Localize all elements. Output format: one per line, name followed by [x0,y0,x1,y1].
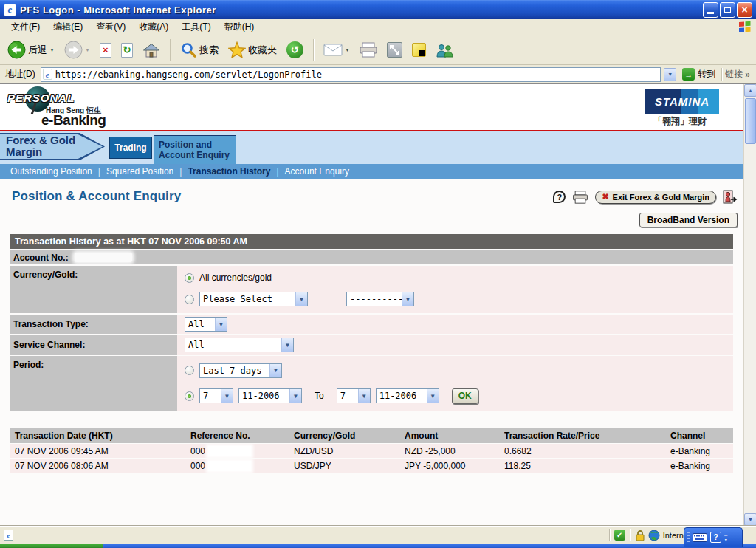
forward-button[interactable]: ▼ [61,38,93,61]
search-button[interactable]: 搜索 [177,39,221,61]
toolbar-separator [313,39,314,61]
language-bar-help-icon[interactable]: ? [710,532,721,543]
taskbar-fragment [103,544,756,548]
menu-help[interactable]: 帮助(H) [218,21,261,34]
service-channel-select[interactable]: All▼ [185,338,294,352]
go-button[interactable]: → 转到 [679,68,718,81]
minimize-button[interactable] [703,2,718,18]
browser-window: e PFS Logon - Microsoft Internet Explore… [0,0,756,548]
messenger-button[interactable] [433,41,457,60]
keyboard-icon[interactable] [693,533,707,542]
broadband-version-button[interactable]: BroadBand Version [639,213,738,227]
cell-currency: USD/JPY [289,459,400,473]
stop-button[interactable]: × [97,41,114,60]
cell-rate: 0.6682 [500,444,666,458]
help-icon[interactable]: ? [553,191,566,203]
address-label: 地址(D) [3,68,38,81]
from-month-select[interactable]: 11-2006▼ [238,388,302,403]
col-amount: Amount [400,428,500,443]
links-button[interactable]: 链接 » [721,68,753,81]
chevron-down-icon: ▼ [358,389,370,403]
search-icon [180,41,197,58]
favorites-button[interactable]: 收藏夹 [225,39,280,61]
restore-button[interactable] [720,2,735,18]
fullscreen-button[interactable] [384,40,405,60]
logout-icon[interactable] [723,190,738,204]
back-button[interactable]: 后退 ▼ [4,38,58,61]
menu-tools[interactable]: 工具(T) [175,21,217,34]
reference-redacted [208,461,251,471]
all-currencies-label: All currencies/gold [199,273,272,283]
refresh-button[interactable]: ↻ [118,41,136,60]
mail-button[interactable]: ▼ [320,41,353,58]
subnav-transaction-history[interactable]: Transaction History [188,166,270,177]
col-channel: Channel [666,428,733,443]
col-transaction-date: Transaction Date (HKT) [10,428,186,443]
radio-date-range[interactable] [185,391,194,401]
print-page-icon[interactable] [572,191,588,204]
forward-caret-icon[interactable]: ▼ [85,47,90,52]
status-bar: e ✓ Internet ? ─▾ [0,526,756,544]
transaction-type-select[interactable]: All▼ [185,317,227,332]
subnav-squared-position[interactable]: Squared Position [106,166,173,177]
chevron-down-icon: ▼ [215,318,227,331]
history-icon: ↺ [286,41,303,58]
history-button[interactable]: ↺ [284,39,306,61]
cell-reference: 000 [186,444,289,458]
to-day-select[interactable]: 7▼ [337,388,371,403]
taskbar-start-fragment[interactable] [0,544,103,548]
account-row: Account No.: [10,250,733,264]
mail-caret-icon[interactable]: ▼ [345,47,350,52]
currency-gold-label: Currency/Gold: [10,266,177,313]
grip-icon[interactable] [687,532,690,544]
print-button[interactable] [357,40,380,60]
currency-pair-select[interactable]: Please Select▼ [199,292,308,306]
cell-amount: NZD -25,000 [400,444,500,458]
notes-button[interactable] [409,41,429,59]
page-content: Position & Account Enquiry ? ✖ Exit Fore… [0,179,743,526]
close-button[interactable]: × [737,2,752,18]
from-day-select[interactable]: 7▼ [199,388,233,403]
ok-button[interactable]: OK [452,388,478,404]
address-input[interactable]: e https://ebanking.hangseng.com/servlet/… [41,67,662,82]
col-reference-no: Reference No. [186,428,289,443]
page-tools: ? ✖ Exit Forex & Gold Margin [553,190,738,204]
subnav-account-enquiry[interactable]: Account Enquiry [285,166,349,177]
last-7-days-select[interactable]: Last 7 days▼ [199,363,282,378]
menu-favorites[interactable]: 收藏(A) [132,21,175,34]
menu-view[interactable]: 查看(V) [89,21,132,34]
language-bar[interactable]: ? ─▾ [684,527,743,547]
currency-sub-select[interactable]: ----------▼ [346,292,414,306]
lock-icon [635,530,645,541]
to-label: To [315,391,324,401]
menu-edit[interactable]: 编辑(E) [47,21,89,34]
scroll-up-button[interactable]: ▲ [744,84,756,97]
to-month-select[interactable]: 11-2006▼ [376,388,439,403]
tab-position-account-enquiry[interactable]: Position and Account Enquiry [154,135,236,164]
ie-icon: e [4,4,16,16]
address-dropdown-button[interactable]: ▼ [664,68,676,81]
vertical-scrollbar[interactable]: ▲ ▼ [743,84,756,526]
back-caret-icon[interactable]: ▼ [49,47,55,52]
internet-globe-icon [648,530,660,541]
cell-reference: 000 [186,459,289,473]
radio-select-currency[interactable] [185,295,194,304]
subnav-outstanding-position[interactable]: Outstanding Position [10,166,92,177]
exit-forex-gold-margin-button[interactable]: ✖ Exit Forex & Gold Margin [595,191,716,204]
home-button[interactable] [140,40,163,61]
chevron-down-icon: ▼ [269,364,281,377]
star-icon [228,41,246,58]
form-row-transaction-type: Transaction Type: All▼ [10,315,733,334]
radio-last-7-days[interactable] [185,366,194,375]
stop-icon: × [100,43,111,58]
mail-icon [323,44,343,56]
chevron-down-icon: ▼ [281,338,293,352]
scroll-down-button[interactable]: ▼ [744,513,756,526]
refresh-icon: ↻ [121,43,133,58]
scroll-thumb[interactable] [745,98,756,144]
menu-file[interactable]: 文件(F) [4,21,47,34]
language-bar-options-icon[interactable]: ─▾ [724,533,727,542]
tab-trading[interactable]: Trading [109,137,152,159]
back-icon [7,41,26,59]
radio-all-currencies[interactable] [185,273,194,283]
